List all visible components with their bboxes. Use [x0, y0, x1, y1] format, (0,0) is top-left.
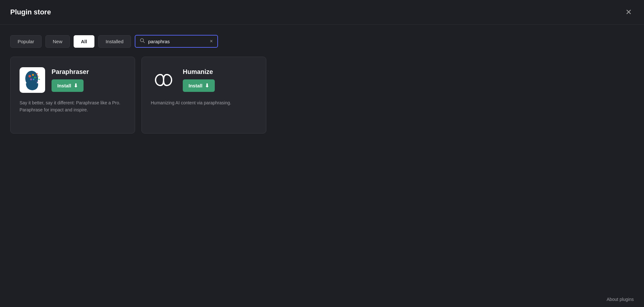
- humanize-name: Humanize: [183, 68, 215, 76]
- plugin-header-paraphraser: Paraphraser Install ⬇: [20, 67, 126, 93]
- clear-icon: ×: [210, 38, 213, 44]
- humanize-description: Humanizing AI content via paraphrasing.: [151, 99, 257, 106]
- plugin-store-modal: Plugin store ✕ Popular New All Installed: [0, 0, 644, 307]
- search-container: ×: [135, 35, 218, 48]
- search-icon: [140, 38, 145, 44]
- paraphraser-description: Say it better, say it different: Paraphr…: [20, 99, 126, 114]
- modal-body: Popular New All Installed ×: [0, 25, 644, 292]
- all-filter-button[interactable]: All: [74, 35, 94, 48]
- download-icon-humanize: ⬇: [205, 83, 209, 89]
- svg-line-1: [143, 42, 144, 43]
- close-button[interactable]: ✕: [624, 7, 634, 17]
- modal-footer: About plugins: [0, 292, 644, 307]
- plugin-card-humanize: Humanize Install ⬇ Humanizing AI content…: [141, 57, 266, 133]
- search-input[interactable]: [148, 39, 207, 44]
- popular-filter-button[interactable]: Popular: [10, 35, 42, 48]
- paraphraser-install-label: Install: [57, 83, 71, 88]
- filter-bar: Popular New All Installed ×: [10, 35, 634, 48]
- plugin-card-paraphraser: Paraphraser Install ⬇ Say it better, say…: [10, 57, 135, 133]
- plugin-header-humanize: Humanize Install ⬇: [151, 67, 257, 93]
- new-filter-button[interactable]: New: [45, 35, 70, 48]
- humanize-install-button[interactable]: Install ⬇: [183, 79, 215, 92]
- paraphraser-name: Paraphraser: [52, 68, 89, 76]
- svg-point-7: [33, 79, 35, 80]
- download-icon-paraphraser: ⬇: [74, 83, 78, 89]
- svg-point-3: [28, 75, 31, 77]
- installed-filter-button[interactable]: Installed: [98, 35, 131, 48]
- plugins-grid: Paraphraser Install ⬇ Say it better, say…: [10, 57, 634, 133]
- paraphraser-install-button[interactable]: Install ⬇: [52, 79, 84, 92]
- humanize-install-label: Install: [189, 83, 202, 88]
- plugin-icon-paraphraser: [20, 67, 45, 93]
- close-icon: ✕: [625, 8, 632, 17]
- svg-point-6: [30, 78, 32, 80]
- svg-point-4: [32, 74, 34, 76]
- plugin-title-area-paraphraser: Paraphraser Install ⬇: [52, 68, 89, 92]
- modal-title: Plugin store: [10, 8, 51, 16]
- search-clear-button[interactable]: ×: [210, 38, 213, 44]
- about-plugins-link[interactable]: About plugins: [607, 297, 634, 302]
- modal-header: Plugin store ✕: [0, 0, 644, 25]
- plugin-icon-humanize: [151, 67, 176, 93]
- plugin-title-area-humanize: Humanize Install ⬇: [183, 68, 215, 92]
